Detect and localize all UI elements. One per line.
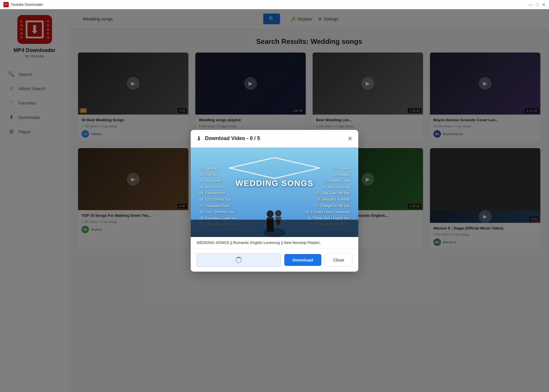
modal-close-button[interactable]: ✕ — [348, 136, 353, 141]
song-item: 13. Endless Love — [305, 178, 350, 184]
maximize-button[interactable]: □ — [536, 2, 539, 7]
song-item: 08. This I Promise You — [199, 209, 247, 215]
song-item: 15. God Gave Me You — [305, 190, 350, 197]
modal-video-thumbnail: WEDDING SONGS 01. Destiny 02. The Gift 0… — [191, 148, 358, 237]
song-item: 06. I Do Cherish You — [199, 197, 247, 203]
minimize-button[interactable]: — — [529, 2, 533, 7]
modal-title: Download Video - 0 / 5 — [205, 135, 348, 141]
song-item: 03. Your Love — [199, 178, 247, 184]
song-item: 07. Thousand Years — [199, 203, 247, 209]
song-item: 01. Destiny — [199, 165, 247, 172]
song-item: 11. I Swear — [305, 165, 350, 172]
modal-overlay[interactable]: ⬇ Download Video - 0 / 5 ✕ WEDDING SONGS… — [0, 9, 549, 392]
song-list-left: 01. Destiny 02. The Gift 03. Your Love 0… — [199, 165, 247, 228]
modal-actions: Download Close — [191, 249, 358, 272]
loading-spinner — [235, 257, 242, 263]
song-item: 16. Beautiful In White — [305, 197, 350, 203]
modal-loading-indicator — [196, 253, 281, 267]
app-title: Youtube Downloader — [11, 3, 43, 7]
song-item: 02. The Gift — [199, 172, 247, 178]
modal-description: WEDDING SONGS || Romantic English Loveso… — [191, 237, 358, 249]
modal-close-action-button[interactable]: Close — [325, 254, 353, 266]
svg-point-4 — [275, 210, 281, 216]
modal-download-button[interactable]: Download — [284, 254, 321, 266]
song-item: 14. My Everything — [305, 184, 350, 191]
window-controls: — □ ✕ — [529, 2, 546, 7]
titlebar: YT Youtube Downloader — □ ✕ — [0, 0, 549, 9]
song-list-right: 11. I Swear 12. Always 13. Endless Love … — [305, 165, 350, 228]
download-modal: ⬇ Download Video - 0 / 5 ✕ WEDDING SONGS… — [191, 130, 358, 272]
modal-download-icon: ⬇ — [196, 135, 201, 142]
song-item: 05. Forevermore — [199, 190, 247, 197]
song-item: 17. Changes In My Life — [305, 203, 350, 209]
app-icon: YT — [3, 2, 9, 7]
song-item: 04. Born For You — [199, 184, 247, 191]
modal-header: ⬇ Download Video - 0 / 5 ✕ — [191, 130, 358, 148]
svg-point-2 — [267, 210, 274, 217]
thumbnail-bottom-overlay — [191, 220, 358, 237]
song-item: 18. I Finally Found Someone — [305, 209, 350, 215]
close-button[interactable]: ✕ — [542, 2, 546, 7]
song-item: 12. Always — [305, 172, 350, 178]
